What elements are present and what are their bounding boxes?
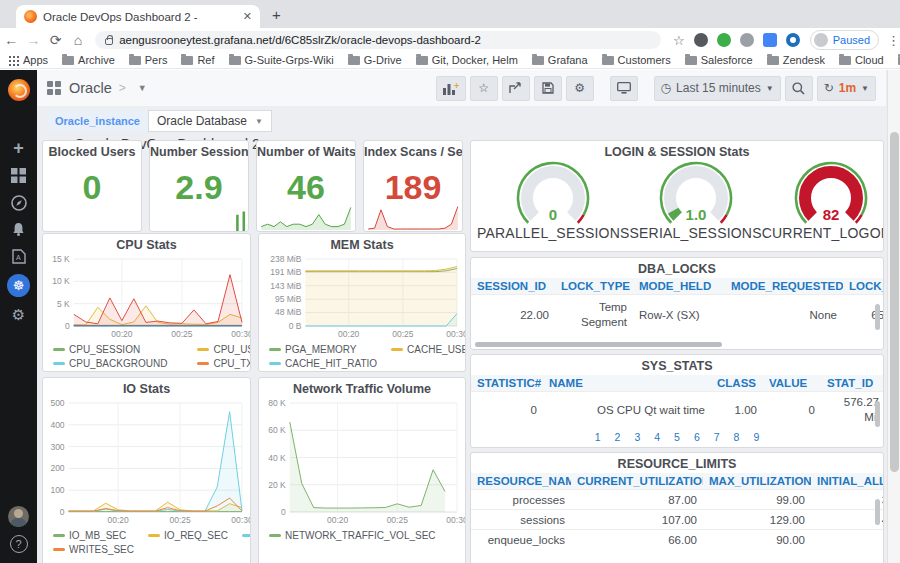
refresh-picker[interactable]: ↻ 1m ▼	[817, 76, 876, 101]
table-header-cell[interactable]: MODE_REQUESTED	[725, 278, 843, 294]
bookmark-item[interactable]: Grafana	[532, 54, 588, 66]
new-tab-button[interactable]: +	[272, 6, 281, 23]
pagination-page[interactable]: 1	[595, 431, 601, 443]
legend-item[interactable]: IO_MB_SEC	[53, 530, 134, 541]
dashboards-icon[interactable]	[0, 162, 37, 189]
legend-item[interactable]: IO_REQ_SEC	[148, 530, 228, 541]
dashboard-caret-icon[interactable]: ▼	[138, 83, 147, 93]
bookmark-item[interactable]: Zendesk	[767, 54, 825, 66]
user-avatar[interactable]	[8, 506, 29, 527]
bookmark-item[interactable]: Cloud	[839, 54, 884, 66]
pagination-page[interactable]: 3	[634, 431, 640, 443]
bookmark-item[interactable]: Git, Docker, Helm	[416, 54, 518, 66]
pagination-page[interactable]: 8	[734, 431, 740, 443]
add-icon[interactable]: +	[0, 135, 37, 162]
table-header-cell[interactable]: STATISTIC#	[471, 375, 543, 391]
table-header-cell[interactable]: STAT_ID	[821, 375, 884, 391]
table-vertical-scrollbar[interactable]	[875, 304, 880, 330]
configuration-gear-icon[interactable]: ⚙	[0, 301, 37, 328]
star-dashboard-button[interactable]: ☆	[470, 76, 498, 101]
panel-title[interactable]: IO Stats	[43, 378, 250, 398]
bookmark-item[interactable]: Customers	[602, 54, 671, 66]
home-icon[interactable]: ⌂	[67, 32, 89, 48]
dashboard-settings-button[interactable]: ⚙	[566, 76, 594, 101]
bookmark-apps[interactable]: Apps	[8, 54, 48, 66]
grafana-logo-icon[interactable]	[8, 79, 30, 101]
explore-compass-icon[interactable]	[0, 189, 37, 216]
tv-mode-button[interactable]	[610, 76, 638, 101]
tab-close-icon[interactable]: ✕	[243, 10, 252, 23]
pagination-page[interactable]: 4	[654, 431, 660, 443]
panel-title[interactable]: LOGIN & SESSION Stats	[471, 141, 883, 161]
pagination-page[interactable]: 5	[674, 431, 680, 443]
browser-tab[interactable]: Oracle DevOps Dashboard 2 - ✕	[16, 5, 260, 28]
table-header-cell[interactable]: LOCK_ID1	[843, 278, 884, 294]
page-scrollbar[interactable]	[887, 70, 900, 563]
forward-icon[interactable]: →	[22, 32, 44, 48]
bookmark-item[interactable]: G-Drive	[348, 54, 402, 66]
scrollbar-thumb[interactable]	[890, 132, 899, 472]
variable-label[interactable]: Oracle_instance	[47, 110, 148, 132]
panel-title[interactable]: Network Traffic Volume	[259, 378, 465, 398]
browser-menu-icon[interactable]: ⋮	[887, 33, 900, 48]
panel-title[interactable]: SYS_STATS	[471, 355, 883, 375]
pagination-page[interactable]: 2	[615, 431, 621, 443]
table-header-cell[interactable]: SESSION_ID	[471, 278, 555, 294]
panel-title[interactable]: Number of Waits ...	[257, 141, 355, 161]
zoom-out-button[interactable]	[785, 76, 813, 101]
bookmark-star-icon[interactable]: ☆	[673, 33, 685, 48]
alerting-bell-icon[interactable]	[0, 216, 37, 243]
legend-item[interactable]: CPU_USER	[197, 344, 251, 355]
bookmark-item[interactable]: Archive	[62, 54, 115, 66]
add-panel-button[interactable]: +	[436, 76, 466, 101]
legend-item[interactable]: READS_SEC	[242, 530, 251, 541]
plugin-wheel-icon[interactable]: ☸	[0, 272, 37, 299]
table-header-cell[interactable]: CLASS	[711, 375, 763, 391]
breadcrumb-folder[interactable]: Oracle	[69, 80, 112, 96]
table-header-cell[interactable]: LOCK_TYPE	[555, 278, 633, 294]
table-vertical-scrollbar[interactable]	[875, 401, 880, 427]
back-icon[interactable]: ←	[0, 32, 22, 48]
legend-item[interactable]: PGA_MEMORY	[269, 344, 377, 355]
okta-extension-icon[interactable]	[786, 33, 800, 47]
legend-item[interactable]: NETWORK_TRAFFIC_VOL_SEC	[269, 530, 436, 541]
bookmark-item[interactable]: G-Suite-Grps-Wiki	[229, 54, 334, 66]
panel-title[interactable]: CPU Stats	[43, 234, 250, 254]
legend-item[interactable]: CACHE_HIT_RATIO	[269, 358, 377, 369]
reload-icon[interactable]: ⟳	[45, 32, 67, 48]
legend-item[interactable]: WRITES_SEC	[53, 544, 134, 555]
panel-title[interactable]: Index Scans / Sec...	[364, 141, 462, 161]
extension-icon[interactable]	[694, 33, 708, 47]
panel-title[interactable]: RESOURCE_LIMITS	[471, 453, 883, 473]
pagination-page[interactable]: 9	[753, 431, 759, 443]
pagination-page[interactable]: 7	[714, 431, 720, 443]
table-header-cell[interactable]: MODE_HELD	[633, 278, 725, 294]
translate-extension-icon[interactable]	[763, 33, 777, 47]
bookmark-item[interactable]: Ref	[181, 54, 214, 66]
legend-item[interactable]: CPU_SESSION	[53, 344, 183, 355]
variable-dropdown[interactable]: Oracle Database ▼	[148, 110, 272, 132]
panel-title[interactable]: Blocked Users	[43, 141, 141, 161]
table-header-cell[interactable]: MAX_UTILIZATION	[703, 473, 811, 489]
table-header-cell[interactable]: NAME	[543, 375, 711, 391]
profile-paused-button[interactable]: Paused	[810, 30, 879, 50]
panel-title[interactable]: MEM Stats	[259, 234, 465, 254]
help-icon[interactable]: ?	[10, 535, 28, 553]
evernote-extension-icon[interactable]	[717, 33, 731, 47]
table-horizontal-scrollbar[interactable]	[475, 342, 722, 347]
table-header-cell[interactable]: INITIAL_ALLOCATION	[811, 473, 884, 489]
table-header-cell[interactable]: RESOURCE_NAME	[471, 473, 571, 489]
panel-title[interactable]: Number Sessions...	[150, 141, 248, 161]
bookmark-item[interactable]: Pers	[129, 54, 168, 66]
legend-item[interactable]: CACHE_USED	[391, 344, 466, 355]
legend-item[interactable]: CPU_TXN	[197, 358, 251, 369]
address-input[interactable]: aengusrooneytest.grafana.net/d/6C85slrZk…	[95, 31, 661, 49]
bookmark-item[interactable]: Salesforce	[685, 54, 753, 66]
share-dashboard-button[interactable]	[502, 76, 530, 101]
table-header-cell[interactable]: VALUE	[763, 375, 821, 391]
time-range-picker[interactable]: ◷ Last 15 minutes ▼	[654, 76, 781, 101]
save-dashboard-button[interactable]	[534, 76, 562, 101]
legend-item[interactable]: CPU_BACKGROUND	[53, 358, 183, 369]
pagination-page[interactable]: 6	[694, 431, 700, 443]
report-icon[interactable]: A	[0, 243, 37, 270]
